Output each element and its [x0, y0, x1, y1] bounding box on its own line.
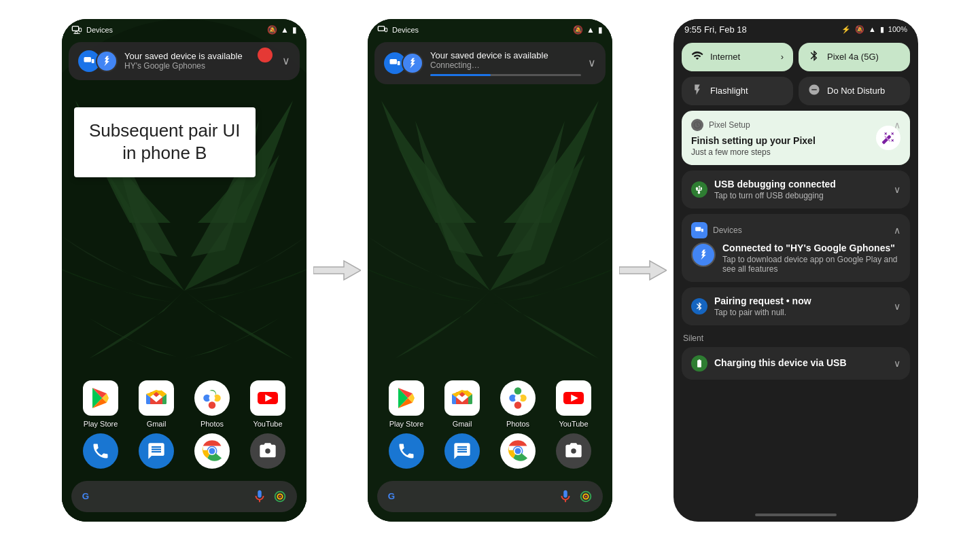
- search-bar-1[interactable]: G: [71, 481, 297, 512]
- app-youtube[interactable]: YouTube: [240, 375, 296, 433]
- app-play-store-label: Play Store: [84, 420, 118, 428]
- panel-status-icons: ⚡ 🔕 ▲ ▮ 100%: [841, 25, 907, 34]
- notif-text-2: Your saved device is available Connectin…: [430, 50, 581, 76]
- pixel-setup-app-name: Pixel Setup: [709, 120, 888, 130]
- charging-expand[interactable]: ∨: [894, 358, 900, 369]
- lens-icon-2[interactable]: [578, 489, 593, 504]
- photos-icon-2: [500, 380, 536, 416]
- internet-tile-chevron[interactable]: ›: [781, 52, 784, 62]
- status-bar-right: 🔕 ▲ ▮: [267, 25, 297, 35]
- arrow-1-svg: [313, 255, 361, 285]
- notif-text-1: Your saved device is available HY's Goog…: [124, 51, 275, 71]
- lens-icon[interactable]: [273, 489, 287, 504]
- search-bar-2[interactable]: G: [377, 481, 603, 512]
- connecting-notif-card[interactable]: Your saved device is available Connectin…: [374, 42, 606, 84]
- devices-icon-2: [377, 24, 388, 35]
- devices-app-name: Devices: [713, 226, 888, 235]
- charging-title: Charging this device via USB: [714, 357, 887, 368]
- wifi-tile-icon: [691, 50, 703, 65]
- flashlight-tile[interactable]: Flashlight: [682, 77, 793, 105]
- status-bar-left-2: Devices: [377, 24, 419, 35]
- gmail-icon-2: [444, 380, 480, 416]
- quick-tiles: Internet › Pixel 4a (5G) Flashlight Do N…: [673, 37, 918, 111]
- app-photos-2[interactable]: Photos: [490, 375, 546, 433]
- bluetooth-tile-icon: [808, 50, 820, 65]
- devices-expand[interactable]: ∧: [894, 225, 900, 236]
- phone-screen-2: Devices 🔕 ▲ ▮ Your saved de: [368, 19, 612, 522]
- app-play-store-2[interactable]: Play Store: [379, 375, 434, 433]
- pairing-icon: [691, 298, 707, 314]
- panel-status-bar: 9:55 Fri, Feb 18 ⚡ 🔕 ▲ ▮ 100%: [673, 19, 918, 37]
- usb-debug-card[interactable]: USB debugging connected Tap to turn off …: [682, 170, 910, 209]
- app-gmail-label: Gmail: [147, 420, 167, 428]
- status-bar-left: Devices: [71, 24, 113, 35]
- dock-2: [368, 428, 612, 474]
- pixel-setup-title: Finish setting up your Pixel: [691, 135, 900, 146]
- internet-tile[interactable]: Internet ›: [682, 43, 793, 71]
- charging-icon: [691, 355, 707, 372]
- battery-icon: ▮: [292, 25, 297, 35]
- app-gmail[interactable]: Gmail: [128, 375, 184, 433]
- devices-card[interactable]: Devices ∧ Connected to "HY's Google Gpho…: [682, 214, 910, 282]
- app-youtube-2[interactable]: YouTube: [546, 375, 601, 433]
- pixel-setup-card[interactable]: Pixel Setup ∧ Finish setting up your Pix…: [682, 111, 910, 165]
- usb-debug-expand[interactable]: ∨: [894, 184, 900, 195]
- app-gmail-2[interactable]: Gmail: [434, 375, 490, 433]
- screen-1-background: Devices 🔕 ▲ ▮ Your saved de: [62, 19, 307, 522]
- dock-phone[interactable]: [73, 428, 128, 474]
- dock-chrome[interactable]: [184, 428, 240, 474]
- phone-screen-1: Devices 🔕 ▲ ▮ Your saved de: [62, 19, 307, 522]
- wifi-status-icon: ▲: [869, 25, 876, 33]
- notification-panel: 9:55 Fri, Feb 18 ⚡ 🔕 ▲ ▮ 100% Internet ›…: [673, 19, 918, 522]
- mute-icon: 🔕: [267, 25, 277, 35]
- arrow-2-svg: [619, 255, 667, 285]
- app-photos-label: Photos: [200, 420, 224, 428]
- pairing-title: Pairing request • now: [714, 295, 887, 306]
- progress-bar-fill: [430, 74, 491, 76]
- notif-subtitle-1: HY's Google Gphones: [124, 61, 275, 71]
- notif-chevron-2[interactable]: ∨: [588, 56, 596, 69]
- usb-debug-row: USB debugging connected Tap to turn off …: [691, 179, 900, 200]
- dock-chrome-2[interactable]: [490, 428, 546, 474]
- dnd-tile-icon: [808, 84, 820, 98]
- messages-icon: [139, 433, 174, 469]
- usb-debug-body: Tap to turn off USB debugging: [714, 191, 887, 200]
- dnd-tile[interactable]: Do Not Disturb: [799, 77, 910, 105]
- battery-full-icon: ▮: [880, 25, 884, 34]
- label-line-1: Subsequent pair UI: [89, 120, 241, 143]
- app-photos-label-2: Photos: [506, 420, 529, 428]
- google-g-icon-2: G: [387, 490, 400, 503]
- phone-icon: [83, 433, 118, 469]
- mic-icon[interactable]: [252, 489, 267, 504]
- wifi-icon: ▲: [281, 25, 289, 35]
- usb-debug-text: USB debugging connected Tap to turn off …: [714, 179, 887, 200]
- notification-card-1[interactable]: Your saved device is available HY's Goog…: [69, 42, 300, 80]
- charging-row: Charging this device via USB ∨: [691, 355, 900, 372]
- bluetooth-tile[interactable]: Pixel 4a (5G): [799, 43, 910, 71]
- devices-card-icon: [691, 222, 707, 238]
- dock-messages-2[interactable]: [434, 428, 490, 474]
- pairing-text: Pairing request • now Tap to pair with n…: [714, 295, 887, 317]
- app-youtube-label: YouTube: [253, 420, 282, 428]
- app-grid-1: Play Store Gmail: [62, 375, 307, 433]
- app-photos[interactable]: Photos: [184, 375, 240, 433]
- app-play-store[interactable]: Play Store: [73, 375, 128, 433]
- pairing-card[interactable]: Pairing request • now Tap to pair with n…: [682, 287, 910, 325]
- mic-icon-2[interactable]: [558, 489, 573, 504]
- svg-point-29: [514, 401, 522, 409]
- svg-rect-6: [84, 57, 92, 62]
- dock-camera[interactable]: [240, 428, 296, 474]
- notif-chevron-1[interactable]: ∨: [282, 54, 290, 67]
- app-youtube-label-2: YouTube: [559, 420, 588, 428]
- charging-card[interactable]: Charging this device via USB ∨: [682, 347, 910, 380]
- dock-phone-2[interactable]: [379, 428, 434, 474]
- dock-camera-2[interactable]: [546, 428, 601, 474]
- pairing-expand[interactable]: ∨: [894, 301, 900, 312]
- status-bar-1: Devices 🔕 ▲ ▮: [62, 19, 307, 38]
- arrow-1-container: [307, 255, 368, 285]
- svg-point-20: [279, 495, 281, 497]
- panel-time: 9:55 Fri, Feb 18: [684, 24, 747, 35]
- svg-point-30: [514, 387, 522, 395]
- dock-messages[interactable]: [128, 428, 184, 474]
- red-dot: [258, 48, 273, 62]
